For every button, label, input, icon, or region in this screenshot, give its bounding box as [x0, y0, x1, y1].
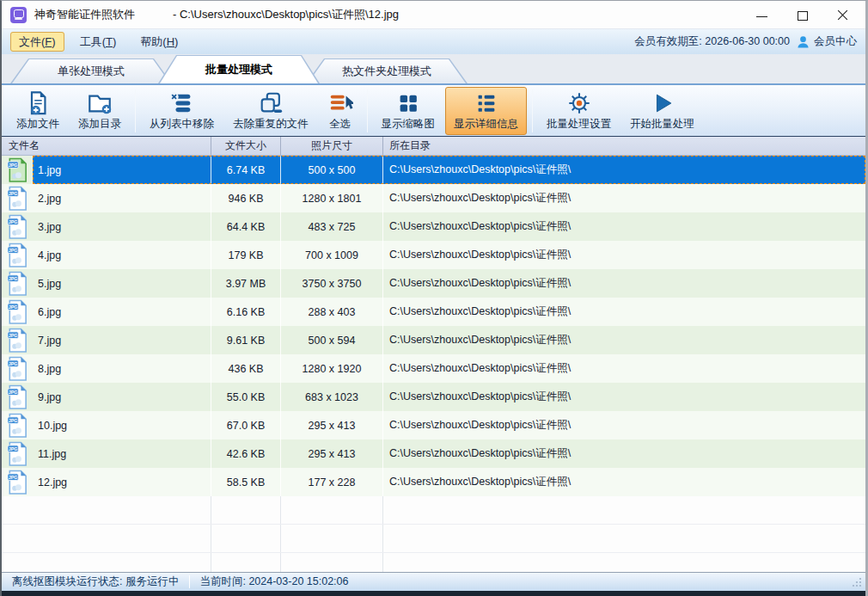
file-name-cell: 10.jpg [33, 411, 211, 439]
row-cells: 8.jpg436 KB1280 x 1920C:\Users\zhouxc\De… [33, 354, 865, 383]
toolbar-button-label: 从列表中移除 [150, 117, 214, 132]
toolbar-button-label: 添加目录 [78, 117, 121, 132]
column-header-filesize[interactable]: 文件大小 [211, 137, 280, 155]
jpg-file-icon: JPG [7, 186, 28, 211]
table-row[interactable]: JPG 9.jpg55.0 KB683 x 1023C:\Users\zhoux… [2, 383, 865, 411]
menu-item-F[interactable]: 文件(F) [10, 32, 64, 52]
photo-dimensions-cell: 177 x 228 [280, 468, 382, 496]
resize-grip-icon[interactable] [851, 576, 863, 588]
toolbar-button-add-folder[interactable]: 添加目录 [70, 87, 130, 135]
file-size-cell: 436 KB [211, 354, 280, 383]
file-size-cell: 64.4 KB [211, 212, 280, 241]
tab-label: 批量处理模式 [158, 55, 320, 83]
file-size-cell: 3.97 MB [211, 269, 280, 298]
file-icon-cell: JPG [2, 354, 33, 383]
membership-area: 会员有效期至: 2026-06-30 00:00 会员中心 [634, 34, 857, 49]
directory-cell: C:\Users\zhouxc\Desktop\pics\证件照\ [382, 298, 865, 326]
table-row[interactable]: JPG 3.jpg64.4 KB483 x 725C:\Users\zhouxc… [2, 212, 865, 241]
photo-dimensions-cell: 700 x 1009 [280, 241, 382, 269]
table-row[interactable]: JPG 12.jpg58.5 KB177 x 228C:\Users\zhoux… [2, 468, 865, 496]
row-cells: 10.jpg67.0 KB295 x 413C:\Users\zhouxc\De… [33, 411, 865, 439]
column-header-directory[interactable]: 所在目录 [382, 137, 865, 155]
directory-cell: C:\Users\zhouxc\Desktop\pics\证件照\ [382, 241, 865, 269]
toolbar-button-add-file[interactable]: 添加文件 [8, 87, 68, 135]
toolbar-button-label: 批量处理设置 [547, 117, 611, 132]
empty-table-row [2, 553, 865, 573]
table-row[interactable]: JPG 11.jpg42.6 KB295 x 413C:\Users\zhoux… [2, 439, 865, 468]
row-cells: 4.jpg179 KB700 x 1009C:\Users\zhouxc\Des… [33, 241, 865, 269]
file-size-cell: 6.74 KB [211, 156, 280, 184]
close-icon[interactable] [837, 9, 848, 21]
table-row[interactable]: JPG 5.jpg3.97 MB3750 x 3750C:\Users\zhou… [2, 269, 865, 298]
tab-batch-mode[interactable]: 批量处理模式 [158, 55, 320, 83]
app-window: 神奇智能证件照软件 - C:\Users\zhouxc\Desktop\pics… [0, 0, 868, 596]
file-name-cell: 12.jpg [33, 468, 211, 496]
member-center-button[interactable]: 会员中心 [797, 34, 857, 49]
directory-cell: C:\Users\zhouxc\Desktop\pics\证件照\ [382, 269, 865, 298]
status-bar: 离线抠图模块运行状态: 服务运行中 当前时间: 2024-03-20 15:02… [2, 572, 865, 591]
table-row[interactable]: JPG 8.jpg436 KB1280 x 1920C:\Users\zhoux… [2, 354, 865, 383]
file-name-cell: 2.jpg [33, 184, 211, 212]
file-name-cell: 9.jpg [33, 383, 211, 411]
remove-duplicates-icon [258, 90, 284, 116]
current-time-text: 当前时间: 2024-03-20 15:02:06 [199, 574, 348, 589]
directory-cell: C:\Users\zhouxc\Desktop\pics\证件照\ [382, 184, 865, 212]
tab-single-mode[interactable]: 单张处理模式 [10, 58, 172, 83]
table-body: JPG 1.jpg6.74 KB500 x 500C:\Users\zhouxc… [2, 156, 865, 573]
table-row[interactable]: JPG 10.jpg67.0 KB295 x 413C:\Users\zhoux… [2, 411, 865, 439]
toolbar-button-remove-from-list[interactable]: 从列表中移除 [141, 87, 223, 135]
file-size-cell: 42.6 KB [211, 439, 280, 468]
row-cells: 7.jpg9.61 KB500 x 594C:\Users\zhouxc\Des… [33, 326, 865, 354]
toolbar-button-select-all[interactable]: 全选 [319, 87, 362, 135]
photo-dimensions-cell: 288 x 403 [280, 298, 382, 326]
tab-label: 热文件夹处理模式 [306, 58, 468, 83]
table-row[interactable]: JPG 1.jpg6.74 KB500 x 500C:\Users\zhouxc… [2, 156, 865, 184]
photo-dimensions-cell: 295 x 413 [280, 439, 382, 468]
toolbar-button-show-details[interactable]: 显示详细信息 [445, 87, 527, 135]
file-icon-cell: JPG [2, 241, 33, 269]
member-person-icon [797, 35, 810, 49]
tab-hot-folder-mode[interactable]: 热文件夹处理模式 [306, 58, 468, 83]
file-size-cell: 58.5 KB [211, 468, 280, 496]
svg-text:JPG: JPG [9, 390, 18, 395]
svg-text:JPG: JPG [9, 163, 18, 168]
file-icon-cell: JPG [2, 269, 33, 298]
table-row[interactable]: JPG 7.jpg9.61 KB500 x 594C:\Users\zhouxc… [2, 326, 865, 354]
file-name-cell: 4.jpg [33, 241, 211, 269]
photo-dimensions-cell: 1280 x 1920 [280, 354, 382, 383]
column-header-filename[interactable]: 文件名 [2, 137, 211, 155]
file-size-cell: 179 KB [211, 241, 280, 269]
table-row[interactable]: JPG 2.jpg946 KB1280 x 1801C:\Users\zhoux… [2, 184, 865, 212]
svg-text:JPG: JPG [9, 219, 18, 224]
app-logo-icon [10, 7, 27, 23]
menu-item-H[interactable]: 帮助(H) [131, 32, 186, 52]
table-row[interactable]: JPG 4.jpg179 KB700 x 1009C:\Users\zhouxc… [2, 241, 865, 269]
toolbar-button-start-batch[interactable]: 开始批量处理 [621, 87, 703, 135]
window-controls [756, 9, 857, 21]
file-size-cell: 55.0 KB [211, 383, 280, 411]
file-size-cell: 9.61 KB [211, 326, 280, 354]
toolbar-button-show-thumbnails[interactable]: 显示缩略图 [373, 87, 444, 135]
svg-text:JPG: JPG [9, 333, 18, 338]
photo-dimensions-cell: 683 x 1023 [280, 383, 382, 411]
jpg-file-icon: JPG [7, 299, 28, 324]
toolbar-button-label: 全选 [329, 117, 351, 132]
toolbar-button-remove-duplicates[interactable]: 去除重复的文件 [224, 87, 317, 135]
jpg-file-icon: JPG [7, 157, 28, 182]
svg-text:JPG: JPG [9, 446, 18, 452]
add-file-icon [25, 90, 51, 116]
table-row[interactable]: JPG 6.jpg6.16 KB288 x 403C:\Users\zhouxc… [2, 298, 865, 326]
menu-item-T[interactable]: 工具(T) [71, 32, 125, 52]
maximize-icon[interactable] [797, 9, 808, 21]
jpg-file-icon: JPG [7, 243, 28, 267]
jpg-file-icon: JPG [7, 356, 28, 381]
row-cells: 3.jpg64.4 KB483 x 725C:\Users\zhouxc\Des… [33, 212, 865, 241]
toolbar-button-batch-settings[interactable]: 批量处理设置 [538, 87, 620, 135]
minimize-icon[interactable] [756, 9, 767, 21]
row-cells: 1.jpg6.74 KB500 x 500C:\Users\zhouxc\Des… [33, 156, 865, 184]
photo-dimensions-cell: 500 x 594 [280, 326, 382, 354]
toolbar-button-label: 添加文件 [16, 117, 59, 132]
show-details-icon [474, 90, 499, 116]
member-center-label: 会员中心 [814, 34, 857, 49]
column-header-dimensions[interactable]: 照片尺寸 [280, 137, 382, 155]
